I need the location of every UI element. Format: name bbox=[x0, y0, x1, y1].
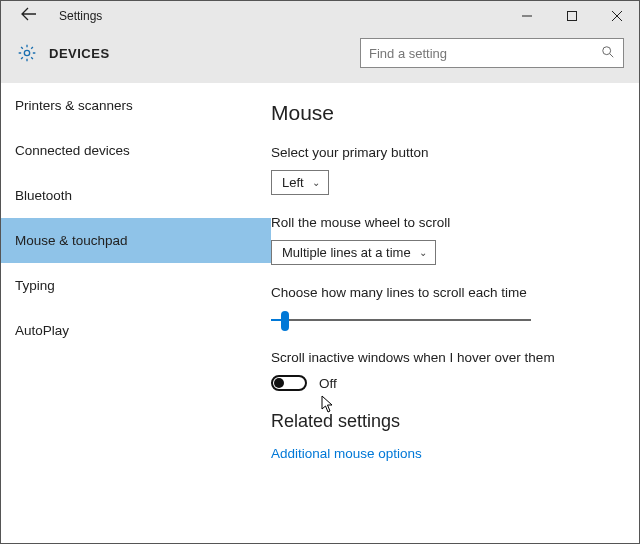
sidebar-item-label: Connected devices bbox=[15, 143, 130, 158]
toggle-state: Off bbox=[319, 376, 337, 391]
minimize-button[interactable] bbox=[504, 1, 549, 31]
primary-button-label: Select your primary button bbox=[271, 145, 611, 160]
dropdown-value: Multiple lines at a time bbox=[282, 245, 411, 260]
sidebar-item-printers[interactable]: Printers & scanners bbox=[1, 83, 271, 128]
svg-point-4 bbox=[24, 50, 29, 55]
slider-track bbox=[271, 319, 531, 321]
page-title: Mouse bbox=[271, 101, 611, 125]
lines-scroll-slider[interactable] bbox=[271, 310, 531, 330]
chevron-down-icon: ⌄ bbox=[312, 177, 320, 188]
lines-scroll-label: Choose how many lines to scroll each tim… bbox=[271, 285, 611, 300]
slider-thumb[interactable] bbox=[281, 311, 289, 331]
sidebar-item-mouse-touchpad[interactable]: Mouse & touchpad bbox=[1, 218, 271, 263]
titlebar: Settings bbox=[1, 1, 639, 31]
inactive-windows-label: Scroll inactive windows when I hover ove… bbox=[271, 350, 611, 365]
sidebar-item-autoplay[interactable]: AutoPlay bbox=[1, 308, 271, 353]
additional-mouse-options-link[interactable]: Additional mouse options bbox=[271, 446, 611, 461]
inactive-windows-toggle[interactable] bbox=[271, 375, 307, 391]
toggle-knob bbox=[274, 378, 284, 388]
back-button[interactable] bbox=[21, 7, 41, 25]
wheel-scroll-dropdown[interactable]: Multiple lines at a time ⌄ bbox=[271, 240, 436, 265]
page-category: DEVICES bbox=[49, 46, 110, 61]
sidebar-item-label: Bluetooth bbox=[15, 188, 72, 203]
sidebar-item-label: Printers & scanners bbox=[15, 98, 133, 113]
sidebar-item-connected-devices[interactable]: Connected devices bbox=[1, 128, 271, 173]
chevron-down-icon: ⌄ bbox=[419, 247, 427, 258]
window-title: Settings bbox=[59, 9, 102, 23]
related-heading: Related settings bbox=[271, 411, 611, 432]
primary-button-dropdown[interactable]: Left ⌄ bbox=[271, 170, 329, 195]
svg-line-6 bbox=[610, 53, 614, 57]
svg-point-5 bbox=[603, 46, 611, 54]
sidebar-item-label: Mouse & touchpad bbox=[15, 233, 128, 248]
gear-icon bbox=[17, 43, 37, 63]
sidebar-item-typing[interactable]: Typing bbox=[1, 263, 271, 308]
search-input[interactable]: Find a setting bbox=[360, 38, 624, 68]
sidebar-item-label: Typing bbox=[15, 278, 55, 293]
search-icon bbox=[601, 45, 615, 62]
sidebar: Printers & scanners Connected devices Bl… bbox=[1, 83, 271, 543]
main-panel: Mouse Select your primary button Left ⌄ … bbox=[271, 83, 639, 543]
dropdown-value: Left bbox=[282, 175, 304, 190]
sidebar-item-bluetooth[interactable]: Bluetooth bbox=[1, 173, 271, 218]
close-button[interactable] bbox=[594, 1, 639, 31]
sidebar-item-label: AutoPlay bbox=[15, 323, 69, 338]
wheel-scroll-label: Roll the mouse wheel to scroll bbox=[271, 215, 611, 230]
svg-rect-1 bbox=[567, 12, 576, 21]
search-placeholder: Find a setting bbox=[369, 46, 601, 61]
maximize-button[interactable] bbox=[549, 1, 594, 31]
header: DEVICES Find a setting bbox=[1, 31, 639, 83]
